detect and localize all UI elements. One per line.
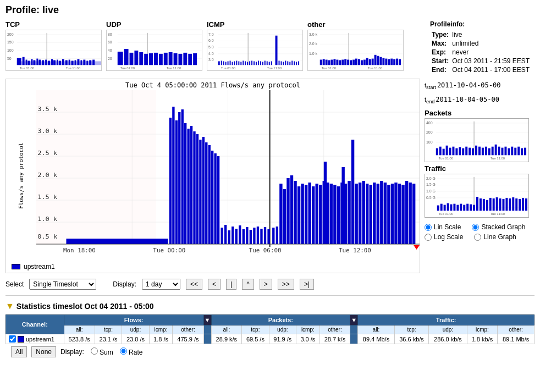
traffic-label: Traffic — [425, 164, 535, 173]
svg-rect-199 — [232, 227, 234, 244]
timeslot-select[interactable]: Single TimeslotMultiple Timeslots — [29, 279, 96, 290]
sub-flows-icmp: icmp: — [149, 325, 173, 334]
svg-rect-268 — [439, 147, 442, 156]
svg-rect-213 — [283, 189, 286, 244]
traffic-chart[interactable]: 2.0 G 1.5 G 1.0 G 0.5 G — [425, 174, 529, 218]
nav-btn-prev-prev[interactable]: << — [186, 279, 202, 290]
tcp-chart[interactable]: 200 150 100 50 — [5, 30, 102, 71]
all-button[interactable]: All — [11, 346, 27, 357]
svg-rect-201 — [239, 225, 241, 244]
nav-btn-prev[interactable]: < — [208, 279, 221, 290]
nav-btn-stop[interactable]: | — [226, 279, 236, 290]
svg-rect-310 — [444, 205, 446, 211]
packets-chart[interactable]: 400 200 100 — [425, 118, 529, 162]
svg-text:1.0 k: 1.0 k — [309, 52, 318, 56]
svg-rect-318 — [470, 205, 472, 211]
svg-rect-321 — [480, 198, 482, 211]
svg-rect-27 — [65, 60, 68, 65]
display-select[interactable]: 1 day1 week1 month — [142, 279, 180, 290]
flows-all-value: 523.8 /s — [64, 334, 95, 344]
svg-rect-131 — [333, 59, 335, 65]
svg-text:3.0 k: 3.0 k — [309, 32, 318, 36]
svg-rect-59 — [169, 52, 173, 65]
svg-rect-287 — [502, 148, 504, 156]
line-graph-radio[interactable] — [474, 234, 481, 241]
sum-option[interactable]: Sum — [91, 347, 113, 356]
svg-rect-108 — [285, 60, 286, 65]
col-channel: Channel: — [6, 315, 64, 334]
traf-tcp-value: 36.6 kb/s — [394, 334, 428, 344]
svg-rect-87 — [234, 61, 235, 65]
col-traffic: Traffic: — [358, 315, 535, 325]
svg-rect-204 — [250, 230, 252, 244]
svg-rect-211 — [276, 227, 278, 244]
svg-rect-21 — [48, 60, 50, 65]
main-graph[interactable]: 3.5 k 3.0 k 2.5 k 2.0 k 1.5 k 1.0 k 0.5 … — [36, 90, 420, 261]
svg-rect-92 — [245, 61, 246, 65]
sum-radio[interactable] — [91, 347, 98, 355]
svg-rect-103 — [269, 62, 270, 65]
stacked-graph-radio[interactable] — [472, 224, 479, 231]
svg-rect-217 — [297, 186, 300, 244]
pkt-all-value: 28.9 k/s — [211, 334, 242, 344]
stats-header-row: Channel: Flows: ▼ Packets: ▼ Traffic: — [6, 315, 535, 325]
profileinfo: Profileinfo: Type:live Max:unlimited Exp… — [430, 20, 535, 74]
stacked-graph-option[interactable]: Stacked Graph — [472, 223, 525, 231]
svg-text:4.0: 4.0 — [208, 52, 214, 56]
svg-text:Tue 01:00: Tue 01:00 — [120, 67, 135, 70]
svg-text:7.0: 7.0 — [208, 32, 214, 36]
svg-rect-146 — [374, 55, 377, 65]
log-scale-radio[interactable] — [425, 234, 432, 241]
svg-rect-50 — [124, 49, 129, 65]
svg-rect-335 — [525, 198, 527, 211]
other-chart[interactable]: 3.0 k 2.0 k 1.0 k — [307, 30, 404, 71]
rate-radio[interactable] — [120, 347, 127, 355]
svg-rect-11 — [17, 58, 21, 65]
icmp-chart[interactable]: 7.0 6.0 5.0 4.0 3.0 — [207, 30, 303, 71]
svg-rect-93 — [247, 62, 248, 65]
none-button[interactable]: None — [31, 346, 56, 357]
log-scale-option[interactable]: Log Scale — [425, 233, 463, 241]
svg-rect-198 — [228, 230, 230, 244]
svg-rect-141 — [361, 60, 363, 65]
lin-scale-radio[interactable] — [425, 224, 432, 231]
svg-text:2.0 G: 2.0 G — [426, 176, 436, 180]
other-label: other — [307, 20, 404, 29]
svg-rect-12 — [23, 57, 25, 65]
svg-rect-57 — [159, 54, 163, 65]
pkt-icmp-value: 3.0 /s — [296, 334, 320, 344]
svg-rect-216 — [294, 181, 296, 244]
line-graph-option[interactable]: Line Graph — [474, 233, 516, 241]
svg-text:Tue 06:00: Tue 06:00 — [249, 247, 282, 253]
svg-rect-132 — [336, 60, 338, 65]
lin-scale-option[interactable]: Lin Scale — [425, 223, 461, 231]
svg-rect-315 — [460, 204, 462, 211]
protocol-tcp: TCP 200 150 100 50 — [5, 20, 102, 71]
nav-btn-last[interactable]: >| — [300, 279, 314, 290]
svg-text:2.5 k: 2.5 k — [37, 149, 57, 156]
nav-btn-up[interactable]: ^ — [242, 279, 254, 290]
svg-rect-326 — [496, 197, 498, 211]
nav-btn-next-next[interactable]: >> — [278, 279, 294, 290]
svg-rect-35 — [89, 60, 91, 65]
svg-rect-136 — [347, 60, 349, 65]
svg-rect-13 — [26, 60, 27, 65]
udp-chart[interactable]: 80 60 40 20 — [106, 30, 202, 71]
svg-rect-226 — [330, 184, 333, 244]
rate-option[interactable]: Rate — [120, 347, 143, 356]
svg-rect-85 — [230, 60, 231, 65]
svg-rect-24 — [57, 60, 58, 65]
svg-rect-96 — [254, 61, 255, 65]
svg-rect-248 — [409, 183, 411, 244]
nav-btn-next[interactable]: > — [260, 279, 272, 290]
svg-text:Mon 18:00: Mon 18:00 — [63, 247, 96, 253]
svg-rect-99 — [260, 61, 261, 65]
log-scale-label: Log Scale — [434, 233, 463, 241]
svg-rect-109 — [287, 61, 288, 65]
svg-text:Tue 01:00: Tue 01:00 — [439, 157, 454, 160]
svg-rect-153 — [393, 59, 395, 65]
exp-value: never — [450, 48, 531, 57]
svg-text:2.0 k: 2.0 k — [309, 42, 318, 46]
channel-checkbox[interactable] — [9, 335, 16, 343]
svg-rect-292 — [517, 147, 520, 156]
